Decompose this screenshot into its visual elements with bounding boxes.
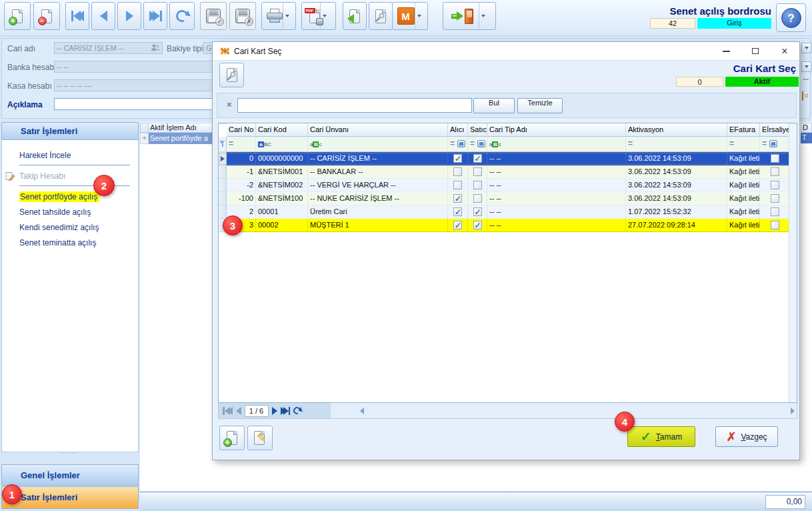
table-cell[interactable] <box>448 219 468 232</box>
background-ellipsis-button[interactable]: ... <box>803 73 809 81</box>
table-cell[interactable] <box>468 205 487 219</box>
hscroll-left-arrow[interactable] <box>360 408 364 414</box>
table-cell[interactable]: 1.07.2022 15:52:32 <box>626 205 727 219</box>
checkbox[interactable] <box>473 181 482 189</box>
table-cell[interactable] <box>448 152 468 165</box>
checkbox[interactable] <box>771 154 779 163</box>
table-cell[interactable] <box>760 152 790 165</box>
column-header[interactable]: Aktivasyon <box>626 123 727 137</box>
filter-cell[interactable]: aBc <box>487 137 626 152</box>
ok-button[interactable]: ✓Tamam <box>627 426 695 447</box>
m-dropdown[interactable] <box>415 3 423 29</box>
save-button[interactable]: ✓ <box>200 2 227 30</box>
grid-settings-button[interactable] <box>219 63 244 87</box>
table-row[interactable]: -100&NETSİM100-- NUKE CARİSİZ İŞLEM ----… <box>219 192 790 205</box>
checkbox[interactable] <box>771 167 779 176</box>
table-row[interactable]: -1&NETSİM001-- BANKALAR ---- --3.06.2022… <box>219 165 790 179</box>
import-button[interactable] <box>343 2 367 30</box>
table-cell[interactable]: Kağıt iletin <box>727 152 760 165</box>
table-cell[interactable]: Kağıt iletin <box>727 179 760 192</box>
exit-button[interactable] <box>443 2 496 30</box>
pdf-dropdown[interactable] <box>320 3 329 29</box>
row-selector-cell[interactable] <box>219 192 227 205</box>
table-cell[interactable]: -- -- <box>487 219 626 232</box>
checkbox[interactable] <box>453 167 462 176</box>
table-cell[interactable]: 00001 <box>256 205 308 219</box>
table-cell[interactable]: -100 <box>227 192 256 205</box>
close-icon[interactable]: × <box>770 42 799 60</box>
checkbox[interactable] <box>473 221 482 229</box>
filter-cell[interactable]: aBc <box>308 137 448 152</box>
table-cell[interactable] <box>448 205 468 219</box>
people-lookup-icon[interactable] <box>151 43 161 54</box>
checkbox[interactable] <box>771 207 779 216</box>
background-dropdown-button-2[interactable] <box>801 61 811 72</box>
table-cell[interactable] <box>448 165 468 179</box>
table-cell[interactable]: 3.06.2022 14:53:09 <box>626 165 727 179</box>
dialog-titlebar[interactable]: Cari Kart Seç × <box>213 42 799 61</box>
netsis-m-button[interactable]: M <box>392 2 428 30</box>
table-row[interactable]: 300002MÜŞTERİ 1-- --27.07.2022 09:28:14K… <box>219 219 790 232</box>
table-cell[interactable]: Üretim Cari <box>308 205 448 219</box>
splitter-handle[interactable]: ····· <box>1 450 139 456</box>
table-cell[interactable]: 3.06.2022 14:53:09 <box>626 179 727 192</box>
cari-adi-field[interactable]: -- CARİSİZ İŞLEM -- <box>54 42 163 54</box>
refresh-button[interactable] <box>169 2 195 30</box>
filter-cell[interactable]: = <box>227 137 256 152</box>
column-header[interactable]: Alıcı <box>448 123 468 137</box>
table-cell[interactable]: Kağıt iletin <box>727 165 760 179</box>
table-cell[interactable]: 0 <box>227 152 256 165</box>
filter-funnel-icon[interactable] <box>219 137 227 152</box>
last-record-button[interactable] <box>143 2 167 30</box>
table-row[interactable]: 000000000000-- CARİSİZ İŞLEM ---- --3.06… <box>219 152 790 165</box>
sidebar-item[interactable]: Takip Hesabı <box>19 170 133 183</box>
cancel-button[interactable]: ✗Vazgeç <box>715 426 778 447</box>
table-cell[interactable] <box>760 205 790 219</box>
save-cancel-button[interactable]: ✗ <box>229 2 256 30</box>
help-button[interactable]: ? <box>776 3 806 32</box>
aciklama-input[interactable] <box>54 98 222 110</box>
column-header[interactable]: Cari Tip Adı <box>487 123 626 137</box>
tab-satir-islemleri[interactable]: Satır İşlemleri <box>1 486 139 509</box>
pager-next-button[interactable] <box>272 407 277 415</box>
delete-record-button[interactable]: − <box>33 2 60 30</box>
table-cell[interactable]: Kağıt iletin <box>727 219 760 232</box>
table-cell[interactable]: -1 <box>227 165 256 179</box>
row-selector-cell[interactable] <box>219 179 227 192</box>
table-cell[interactable] <box>468 219 487 232</box>
table-cell[interactable] <box>468 165 487 179</box>
table-cell[interactable]: -- BANKALAR -- <box>308 165 448 179</box>
checkbox[interactable] <box>453 181 462 189</box>
add-card-button[interactable]: + <box>219 426 245 450</box>
row-selector-cell[interactable] <box>219 205 227 219</box>
checkbox[interactable] <box>453 221 462 229</box>
maximize-button[interactable] <box>741 42 770 60</box>
checkbox-filter-icon[interactable] <box>457 140 465 147</box>
sidebar-item[interactable]: Hareket İncele <box>19 149 133 162</box>
sidebar-item[interactable]: Senet tahsilde açılış <box>19 206 133 219</box>
table-cell[interactable] <box>468 192 487 205</box>
new-record-button[interactable]: + <box>4 2 31 30</box>
table-cell[interactable]: -- -- <box>487 179 626 192</box>
filter-cell[interactable]: = <box>626 137 727 152</box>
active-op-selected-row[interactable]: Senet portföyde a <box>149 133 213 144</box>
sidebar-item[interactable]: Senet portföyde açılış <box>19 191 133 203</box>
tab-genel-islemler[interactable]: Genel İşlemler <box>1 464 139 486</box>
table-cell[interactable]: 3.06.2022 14:53:09 <box>626 192 727 205</box>
filter-cell[interactable]: = <box>760 137 790 152</box>
checkbox-filter-icon[interactable] <box>769 140 777 147</box>
table-cell[interactable]: -- -- <box>487 192 626 205</box>
banka-hesabi-field[interactable]: -- -- <box>54 61 223 73</box>
edit-card-button[interactable]: ✎ <box>247 426 273 450</box>
print-dropdown[interactable] <box>283 3 291 29</box>
column-header[interactable]: Eİrsaliye <box>760 123 790 137</box>
table-cell[interactable]: -- VERGİ VE HARÇLAR -- <box>308 179 448 192</box>
table-cell[interactable]: MÜŞTERİ 1 <box>308 219 448 232</box>
checkbox[interactable] <box>771 194 779 203</box>
pager-last-button[interactable] <box>281 407 291 415</box>
table-row[interactable]: -2&NETSİM002-- VERGİ VE HARÇLAR ---- --3… <box>219 179 790 192</box>
sidebar-item[interactable]: Senet teminatta açılış <box>19 237 133 249</box>
clear-button[interactable]: Temizle <box>517 98 563 113</box>
table-cell[interactable]: 00002 <box>256 219 308 232</box>
table-cell[interactable] <box>760 219 790 232</box>
